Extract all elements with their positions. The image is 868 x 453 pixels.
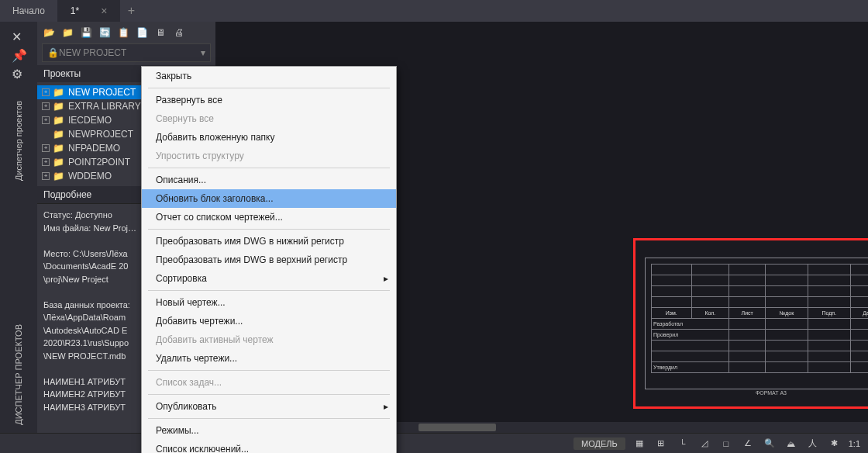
sidebar-title-projects: ДИСПЕТЧЕР ПРОЕКТОВ: [14, 324, 23, 425]
ctx-add-drawings[interactable]: Добавить чертежи...: [142, 312, 396, 330]
scale-icon[interactable]: 🔍: [762, 436, 777, 451]
grid-icon[interactable]: ▦: [632, 436, 647, 451]
folder-new-icon[interactable]: 📁: [60, 26, 74, 40]
close-icon[interactable]: ×: [101, 5, 107, 17]
snap-icon[interactable]: ⊞: [653, 436, 669, 451]
monitor-icon[interactable]: 🖥: [153, 26, 167, 40]
panel-toolbar: 📂 📁 💾 🔄 📋 📄 🖥 🖨: [37, 22, 215, 43]
person-icon[interactable]: ⛰: [784, 436, 799, 451]
tab-drawing-1[interactable]: 1* ×: [58, 0, 121, 22]
polar-icon[interactable]: ◿: [697, 436, 712, 451]
ortho-icon[interactable]: └: [675, 436, 691, 451]
titleblock-table: 53 Изм.Кол.Лист№докПодп.Дата Разработал …: [651, 264, 868, 373]
context-menu: Закрыть Развернуть все Свернуть все Доба…: [141, 66, 397, 453]
left-tool-column: ✕ 📌 ⚙ Диспетчер проектов ДИСПЕТЧЕР ПРОЕК…: [0, 22, 37, 433]
save-icon[interactable]: 💾: [79, 26, 93, 40]
list-icon[interactable]: 📋: [116, 26, 130, 40]
ctx-modes[interactable]: Режимы...: [142, 421, 396, 440]
ucs-icon[interactable]: 人: [805, 436, 821, 451]
gear-icon[interactable]: ⚙: [12, 67, 26, 81]
ctx-flatten: Упростить структуру: [142, 147, 396, 165]
scrollbar-thumb[interactable]: [418, 424, 496, 431]
osnap-icon[interactable]: □: [718, 436, 734, 451]
ctx-sort[interactable]: Сортировка▸: [142, 269, 396, 288]
project-selector[interactable]: 🔒 NEW PROJECT: [42, 43, 211, 62]
ctx-expand-all[interactable]: Развернуть все: [142, 91, 396, 109]
asterisk-icon[interactable]: ✱: [827, 436, 842, 451]
ctx-descriptions[interactable]: Описания...: [142, 171, 396, 189]
chevron-right-icon: ▸: [384, 273, 388, 284]
ctx-lowercase-dwg[interactable]: Преобразовать имя DWG в нижний регистр: [142, 232, 396, 251]
ctx-delete-drawings[interactable]: Удалить чертежи...: [142, 349, 396, 368]
ctx-task-list: Список задач...: [142, 373, 396, 392]
ctx-close[interactable]: Закрыть: [142, 67, 396, 85]
format-label: ФОРМАТ A3: [756, 390, 787, 396]
ctx-add-subfolder[interactable]: Добавить вложенную папку: [142, 128, 396, 147]
angle-icon[interactable]: ∠: [740, 436, 756, 451]
print-icon[interactable]: 🖨: [172, 26, 186, 40]
ctx-uppercase-dwg[interactable]: Преобразовать имя DWG в верхний регистр: [142, 251, 396, 269]
ctx-exceptions[interactable]: Список исключений...: [142, 440, 396, 453]
ctx-collapse-all: Свернуть все: [142, 109, 396, 128]
add-tab-button[interactable]: +: [120, 0, 142, 22]
dwg-icon[interactable]: 📄: [135, 26, 149, 40]
chevron-right-icon: ▸: [384, 401, 388, 412]
folder-open-icon[interactable]: 📂: [42, 26, 56, 40]
model-space-button[interactable]: МОДЕЛЬ: [574, 437, 625, 450]
ctx-update-titleblock[interactable]: Обновить блок заголовка...: [142, 189, 396, 208]
refresh-icon[interactable]: 🔄: [98, 26, 112, 40]
close-panel-icon[interactable]: ✕: [12, 29, 26, 43]
document-tabs: Начало 1* × +: [0, 0, 868, 22]
scale-readout[interactable]: 1:1: [849, 439, 860, 448]
tab-home[interactable]: Начало: [0, 0, 58, 22]
ctx-new-drawing[interactable]: Новый чертеж...: [142, 293, 396, 312]
sidebar-title-dispatcher: Диспетчер проектов: [14, 101, 23, 181]
ctx-drawing-list-report[interactable]: Отчет со списком чертежей...: [142, 208, 396, 226]
ctx-publish[interactable]: Опубликовать▸: [142, 397, 396, 416]
pin-icon[interactable]: 📌: [12, 48, 26, 62]
status-bar: МОДЕЛЬ ▦ ⊞ └ ◿ □ ∠ 🔍 ⛰ 人 ✱ 1:1: [0, 433, 868, 453]
ctx-add-active: Добавить активный чертеж: [142, 330, 396, 349]
